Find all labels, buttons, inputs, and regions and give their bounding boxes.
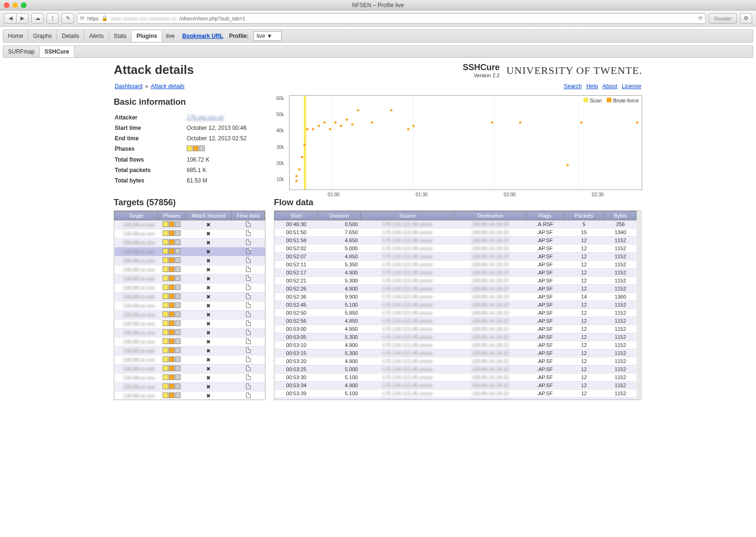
tab-plugins[interactable]: Plugins (132, 30, 162, 42)
table-row[interactable]: 00:53:444.750175.124.121.85.xxxxx130.89.… (275, 398, 637, 400)
table-row[interactable]: 00:52:074.850175.124.121.85.xxxxx130.89.… (275, 253, 637, 261)
table-row[interactable]: 00:53:305.100175.124.121.85.xxxxx130.89.… (275, 373, 637, 382)
cloud-button[interactable]: ☁ (31, 13, 44, 24)
table-row[interactable]: 130.89.xx.xxx✖ (115, 265, 265, 274)
file-icon[interactable] (246, 320, 251, 326)
table-row[interactable]: 130.89.xx.xxx✖ (115, 220, 265, 229)
file-icon[interactable] (246, 266, 251, 272)
minimize-window-button[interactable] (12, 2, 18, 8)
targets-col-header[interactable]: Attack blocked (185, 211, 231, 220)
file-icon[interactable] (246, 275, 251, 281)
subtab-sshcure[interactable]: SSHCure (40, 46, 74, 57)
table-row[interactable]: 00:46:300.500175.124.121.85.xxxxx130.89.… (275, 220, 637, 228)
flow-col-header[interactable]: Source (361, 211, 454, 220)
url-bar[interactable]: ⟳ https 🔒 xxxx xxxxxx xxx xxxxxxxx xx /n… (77, 13, 706, 24)
tab-alerts[interactable]: Alerts (84, 30, 109, 42)
table-row[interactable]: 130.89.xx.xxx✖ (115, 364, 265, 373)
flow-col-header[interactable]: Bytes (604, 211, 636, 220)
tab-graphs[interactable]: Graphs (28, 30, 57, 42)
link-about[interactable]: About (602, 83, 617, 90)
table-row[interactable]: 130.89.xx.xxx✖ (115, 247, 265, 256)
table-row[interactable]: 130.89.xx.xxx✖ (115, 274, 265, 283)
targets-col-header[interactable]: Flow data (232, 211, 265, 220)
file-icon[interactable] (246, 221, 251, 227)
flow-col-header[interactable]: Start (275, 211, 318, 220)
table-row[interactable]: 00:53:055.300175.124.121.85.xxxxx130.89.… (275, 333, 637, 341)
table-row[interactable]: 00:53:155.300175.124.121.85.xxxxx130.89.… (275, 349, 637, 357)
table-row[interactable]: 00:52:564.850175.124.121.85.xxxxx130.89.… (275, 317, 637, 325)
link-help[interactable]: Help (586, 83, 598, 90)
tools-button[interactable]: ✎ (62, 13, 74, 24)
table-row[interactable]: 00:52:369.900175.124.121.85.xxxxx130.89.… (275, 293, 637, 301)
table-row[interactable]: 130.89.xx.xxx✖ (115, 301, 265, 310)
file-icon[interactable] (246, 293, 251, 299)
table-row[interactable]: 130.89.xx.xxx✖ (115, 283, 265, 292)
table-row[interactable]: 00:51:584.650175.124.121.85.xxxxx130.89.… (275, 237, 637, 245)
table-row[interactable]: 00:51:507.650175.124.121.85.xxxxx130.89.… (275, 228, 637, 237)
subtab-surfmap[interactable]: SURFmap (3, 46, 40, 57)
table-row[interactable]: 00:52:215.300175.124.121.85.xxxxx130.89.… (275, 277, 637, 285)
crumb-current[interactable]: Attack details (151, 83, 184, 90)
file-icon[interactable] (246, 311, 251, 317)
table-row[interactable]: 00:53:344.900175.124.121.85.xxxxx130.89.… (275, 382, 637, 390)
forward-button[interactable]: ▶ (16, 13, 28, 24)
reader-button[interactable]: Reader (709, 13, 737, 24)
file-icon[interactable] (246, 248, 251, 254)
table-row[interactable]: 130.89.xx.xxx✖ (115, 292, 265, 301)
file-icon[interactable] (246, 257, 251, 263)
table-row[interactable]: 130.89.xx.xxx✖ (115, 346, 265, 355)
table-row[interactable]: 00:53:255.000175.124.121.85.xxxxx130.89.… (275, 365, 637, 373)
profile-select[interactable]: live ▼ (254, 31, 282, 41)
file-icon[interactable] (246, 365, 251, 371)
flow-col-header[interactable]: Packets (564, 211, 604, 220)
link-search[interactable]: Search (564, 83, 582, 90)
tab-home[interactable]: Home (3, 30, 28, 42)
file-icon[interactable] (246, 284, 251, 290)
table-row[interactable]: 00:53:204.900175.124.121.85.xxxxx130.89.… (275, 357, 637, 365)
back-button[interactable]: ◀ (4, 13, 16, 24)
file-icon[interactable] (246, 338, 251, 344)
table-row[interactable]: 130.89.xx.xxx✖ (115, 256, 265, 265)
table-row[interactable]: 130.89.xx.xxx✖ (115, 229, 265, 238)
share-button[interactable]: ⤴ (46, 13, 59, 24)
settings-button[interactable]: ⚙ (740, 13, 752, 24)
zoom-window-button[interactable] (21, 2, 27, 8)
table-row[interactable]: 130.89.xx.xxx✖ (115, 337, 265, 346)
table-row[interactable]: 130.89.xx.xxx✖ (115, 382, 265, 391)
file-icon[interactable] (246, 392, 251, 398)
table-row[interactable]: 130.89.xx.xxx✖ (115, 238, 265, 247)
file-icon[interactable] (246, 383, 251, 389)
targets-col-header[interactable]: Phases (158, 211, 186, 220)
tab-details[interactable]: Details (57, 30, 84, 42)
close-window-button[interactable] (4, 2, 9, 8)
reload-icon-right[interactable]: ⟳ (698, 15, 702, 21)
file-icon[interactable] (246, 230, 251, 236)
table-row[interactable]: 00:52:264.900175.124.121.85.xxxxx130.89.… (275, 285, 637, 293)
tab-stats[interactable]: Stats (109, 30, 132, 42)
table-row[interactable]: 130.89.xx.xxx✖ (115, 328, 265, 337)
file-icon[interactable] (246, 374, 251, 380)
reload-icon[interactable]: ⟳ (80, 15, 84, 21)
link-license[interactable]: License (622, 83, 641, 90)
table-row[interactable]: 00:52:455.100175.124.121.85.xxxxx130.89.… (275, 301, 637, 309)
table-row[interactable]: 00:52:115.350175.124.121.85.xxxxx130.89.… (275, 261, 637, 269)
table-row[interactable]: 130.89.xx.xxx✖ (115, 391, 265, 400)
table-row[interactable]: 130.89.xx.xxx✖ (115, 373, 265, 382)
table-row[interactable]: 130.89.xx.xxx✖ (115, 319, 265, 328)
file-icon[interactable] (246, 356, 251, 362)
table-row[interactable]: 00:53:395.100175.124.121.85.xxxxx130.89.… (275, 390, 637, 398)
table-row[interactable]: 00:52:174.900175.124.121.85.xxxxx130.89.… (275, 269, 637, 277)
bookmark-url-link[interactable]: Bookmark URL (178, 33, 227, 39)
crumb-dashboard[interactable]: Dashboard (115, 83, 143, 90)
table-row[interactable]: 00:53:104.900175.124.121.85.xxxxx130.89.… (275, 341, 637, 349)
file-icon[interactable] (246, 329, 251, 335)
flow-col-header[interactable]: Destination (454, 211, 526, 220)
table-row[interactable]: 00:53:004.950175.124.121.85.xxxxx130.89.… (275, 325, 637, 333)
file-icon[interactable] (246, 302, 251, 308)
targets-col-header[interactable]: Target (115, 211, 158, 220)
table-row[interactable]: 130.89.xx.xxx✖ (115, 310, 265, 319)
table-row[interactable]: 00:52:505.850175.124.121.85.xxxxx130.89.… (275, 309, 637, 317)
flow-col-header[interactable]: Duration (318, 211, 361, 220)
file-icon[interactable] (246, 239, 251, 245)
table-row[interactable]: 130.89.xx.xxx✖ (115, 355, 265, 364)
